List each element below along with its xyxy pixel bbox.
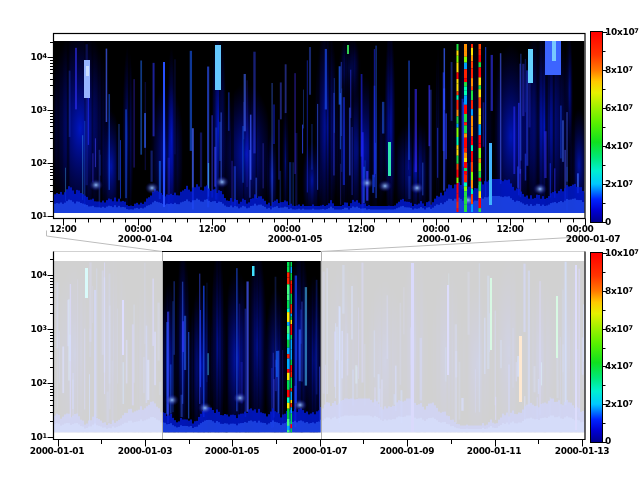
context-x-date-label: 2000-01-03 <box>110 447 180 456</box>
colorbar-label-base: 6x10 <box>605 103 628 113</box>
y-label-base: 10 <box>31 52 43 62</box>
colorbar-label-base: 4x10 <box>605 361 628 371</box>
detail-y-tick-label: 103 <box>18 105 47 115</box>
context-x-date-label: 2000-01-13 <box>547 447 617 456</box>
colorbar-label-exp: 7 <box>628 179 633 187</box>
colorbar-label-base: 6x10 <box>605 324 628 334</box>
detail-x-time-label: 00:00 <box>267 225 307 234</box>
detail-x-date-label: 2000-01-06 <box>409 235 479 244</box>
y-label-exp: 2 <box>42 158 47 166</box>
y-label-base: 10 <box>31 158 43 168</box>
colorbar-label-exp: 7 <box>628 103 633 111</box>
detail-colorbar-label: 8x107 <box>605 65 640 75</box>
context-y-tick-label: 104 <box>18 270 47 280</box>
detail-plot-area[interactable] <box>54 41 584 213</box>
detail-colorbar-label: 6x107 <box>605 103 640 113</box>
y-label-exp: 4 <box>42 52 47 60</box>
context-colorbar-label: 4x107 <box>605 361 640 371</box>
y-label-base: 10 <box>31 105 43 115</box>
y-label-exp: 1 <box>42 211 47 219</box>
context-y-tick-label: 102 <box>18 378 47 388</box>
detail-x-date-label: 2000-01-04 <box>110 235 180 244</box>
detail-x-time-label: 12:00 <box>43 225 83 234</box>
y-label-base: 10 <box>31 270 43 280</box>
y-label-exp: 2 <box>42 378 47 386</box>
detail-x-time-label: 00:00 <box>416 225 456 234</box>
y-label-base: 10 <box>31 211 43 221</box>
colorbar-label-exp: 7 <box>628 399 633 407</box>
colorbar-label-base: 2x10 <box>605 179 628 189</box>
detail-colorbar-label: 2x107 <box>605 179 640 189</box>
context-colorbar-label: 2x107 <box>605 399 640 409</box>
colorbar-label-exp: 7 <box>628 324 633 332</box>
detail-x-time-label: 00:00 <box>560 225 600 234</box>
detail-x-time-label: 12:00 <box>341 225 381 234</box>
y-label-exp: 3 <box>42 105 47 113</box>
context-colorbar-label: 0 <box>605 436 640 446</box>
y-label-exp: 3 <box>42 324 47 332</box>
context-x-date-label: 2000-01-05 <box>197 447 267 456</box>
colorbar-label-exp: 7 <box>634 27 639 35</box>
context-y-tick-label: 101 <box>18 432 47 442</box>
context-x-date-label: 2000-01-11 <box>459 447 529 456</box>
colorbar-label-exp: 7 <box>628 286 633 294</box>
zoom-selection-region[interactable] <box>162 252 321 440</box>
context-x-date-label: 2000-01-07 <box>285 447 355 456</box>
colorbar-label-base: 8x10 <box>605 286 628 296</box>
detail-x-date-label: 2000-01-05 <box>260 235 330 244</box>
detail-y-tick-label: 102 <box>18 158 47 168</box>
colorbar-label-exp: 7 <box>628 361 633 369</box>
colorbar-label-exp: 7 <box>628 141 633 149</box>
y-label-base: 10 <box>31 324 43 334</box>
y-label-exp: 1 <box>42 432 47 440</box>
colorbar-label-base: 4x10 <box>605 141 628 151</box>
detail-x-time-label: 12:00 <box>192 225 232 234</box>
detail-x-time-label: 00:00 <box>118 225 158 234</box>
colorbar-label-base: 2x10 <box>605 399 628 409</box>
detail-y-tick-label: 104 <box>18 52 47 62</box>
colorbar-label-base: 10x10 <box>605 27 634 37</box>
colorbar-label-base: 10x10 <box>605 248 634 258</box>
colorbar-label-exp: 7 <box>634 248 639 256</box>
context-x-date-label: 2000-01-09 <box>372 447 442 456</box>
y-label-base: 10 <box>31 378 43 388</box>
detail-colorbar-label: 10x107 <box>605 27 640 37</box>
detail-y-tick-label: 101 <box>18 211 47 221</box>
detail-x-time-label: 12:00 <box>490 225 530 234</box>
context-x-date-label: 2000-01-01 <box>22 447 92 456</box>
detail-colorbar-label: 4x107 <box>605 141 640 151</box>
context-colorbar-label: 8x107 <box>605 286 640 296</box>
context-y-tick-label: 103 <box>18 324 47 334</box>
detail-colorbar-label: 0 <box>605 217 640 227</box>
y-label-base: 10 <box>31 432 43 442</box>
colorbar-label-base: 0 <box>605 436 611 446</box>
context-colorbar-label: 10x107 <box>605 248 640 258</box>
colorbar-label-base: 8x10 <box>605 65 628 75</box>
y-label-exp: 4 <box>42 270 47 278</box>
spectrogram-viewer: 104 103 102 101 12:00 00:00 12:00 00:00 … <box>0 0 640 480</box>
colorbar-label-exp: 7 <box>628 65 633 73</box>
colorbar-label-base: 0 <box>605 217 611 227</box>
context-colorbar-label: 6x107 <box>605 324 640 334</box>
detail-x-date-label: 2000-01-07 <box>558 235 628 244</box>
